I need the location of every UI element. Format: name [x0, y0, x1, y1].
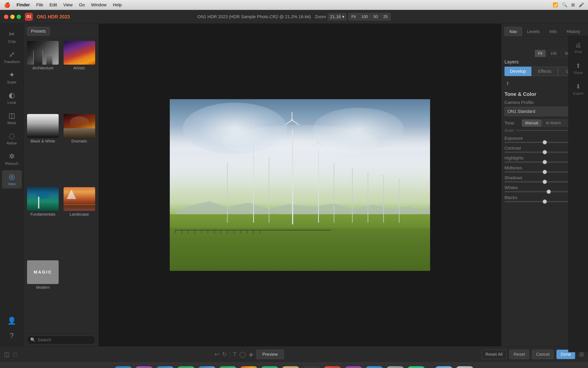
redo-icon[interactable]: ↻ — [222, 351, 227, 358]
dock-safari[interactable]: 🧭 — [156, 366, 174, 368]
nav-tab-levels[interactable]: Levels — [522, 27, 544, 36]
blacks-thumb[interactable] — [543, 199, 547, 204]
zoom-100-btn[interactable]: 100 — [359, 14, 370, 20]
preset-landscape-label: Landscape — [70, 212, 89, 217]
adjust-icon[interactable]: ◈ — [249, 351, 253, 358]
contrast-thumb[interactable] — [543, 150, 547, 154]
crop-tool[interactable]: ✂ Crop — [2, 28, 22, 46]
dock-music[interactable]: 🎵 — [324, 366, 341, 368]
midtones-thumb[interactable] — [543, 170, 547, 174]
dock-sysprefs[interactable]: ⚙ — [386, 366, 404, 368]
dock-contacts[interactable]: 👤 — [282, 366, 299, 368]
dock-photos[interactable]: 🌸 — [240, 366, 258, 368]
svg-line-10 — [253, 131, 259, 136]
nav-fit-btn[interactable]: Fit — [535, 50, 546, 57]
minimize-button[interactable] — [10, 15, 15, 19]
dock-launchpad[interactable]: ⬛ — [135, 366, 153, 368]
mask-tool[interactable]: ◫ Mask — [2, 109, 22, 128]
tone-aimatch-btn[interactable]: AI Match — [542, 119, 565, 127]
search-menubar-icon[interactable]: 🔍 — [562, 2, 567, 8]
dock-trash[interactable]: 🗑 — [456, 366, 474, 368]
dock-appstore[interactable]: 🔍 — [366, 366, 383, 368]
preset-architecture[interactable]: Architecture — [26, 41, 60, 112]
maximize-button[interactable] — [17, 15, 21, 19]
share-btn[interactable]: ⬆ Share — [571, 60, 585, 77]
menubar-help[interactable]: Help — [113, 2, 122, 8]
view-tool[interactable]: ◎ View — [2, 170, 22, 189]
nav-tab-info[interactable]: Info — [544, 27, 562, 36]
help-tool[interactable]: ? — [2, 329, 22, 342]
super-tool[interactable]: ✦ Super — [2, 68, 22, 87]
view-icon: ◎ — [9, 173, 15, 181]
undo-icon[interactable]: ↩ — [214, 351, 219, 358]
nav-tab-history[interactable]: History — [562, 27, 585, 36]
search-input[interactable] — [37, 337, 92, 342]
preset-artistic[interactable]: Artistic — [62, 41, 97, 112]
dock-appletv[interactable]: ▶ — [303, 366, 320, 368]
preset-fundamentals-label: Fundamentals — [30, 212, 55, 217]
zoom-50-btn[interactable]: 50 — [371, 14, 380, 20]
menubar-go[interactable]: Go — [79, 2, 85, 8]
preset-bw[interactable]: Black & White — [26, 114, 60, 185]
zoom-fit-btn[interactable]: Fit — [349, 14, 358, 20]
preset-dramatic-thumb — [64, 114, 95, 138]
preset-fundamentals[interactable]: Fundamentals — [26, 187, 60, 258]
reset-all-button[interactable]: Reset All — [481, 350, 507, 359]
svg-line-11 — [247, 131, 253, 136]
control-center-icon[interactable]: ⊞ — [571, 2, 575, 8]
zoom-25-btn[interactable]: 25 — [381, 14, 390, 20]
nav-tab-nav[interactable]: Nav — [504, 27, 522, 36]
auto-slider[interactable] — [515, 130, 576, 131]
title-text: ON1 HDR 2023 (HDR Sample Photo.CR2 @ 21.… — [197, 14, 311, 19]
preset-landscape[interactable]: Landscape — [62, 187, 97, 258]
dock-mail[interactable]: ✉ — [198, 366, 216, 368]
preset-dramatic[interactable]: Dramatic — [62, 114, 97, 185]
dock-messages[interactable]: 💬 — [177, 366, 195, 368]
tab-effects[interactable]: Effects — [531, 67, 558, 76]
menubar-edit[interactable]: Edit — [50, 2, 57, 8]
dock-facetime[interactable]: 📹 — [261, 366, 279, 368]
zoom-select[interactable]: 21.16 ▾ — [328, 13, 347, 20]
dock-on1hdr[interactable]: ON1 — [407, 366, 425, 368]
preview-button[interactable]: Preview — [256, 350, 284, 359]
siri-icon[interactable]: 🎤 — [579, 2, 584, 8]
menubar-file[interactable]: File — [36, 2, 43, 8]
whites-thumb[interactable] — [546, 190, 551, 194]
close-button[interactable] — [4, 15, 8, 19]
highlights-thumb[interactable] — [543, 160, 547, 164]
crop-icon: ✂ — [9, 30, 15, 38]
refine-icon: ◌ — [9, 132, 15, 140]
exposure-thumb[interactable] — [543, 140, 547, 145]
dock-icloud[interactable]: ☁ — [435, 366, 453, 368]
shadows-thumb[interactable] — [543, 180, 547, 184]
presets-button[interactable]: Presets — [27, 27, 50, 36]
layer-upload-btn[interactable]: ⬆ — [504, 80, 511, 88]
export-btn[interactable]: ⬇ Export — [571, 81, 585, 98]
reset-button[interactable]: Reset — [509, 350, 529, 359]
tab-develop[interactable]: Develop — [504, 67, 531, 76]
tone-manual-btn[interactable]: Manual — [522, 119, 542, 127]
menubar-finder[interactable]: Finder — [17, 2, 30, 8]
dock-podcasts[interactable]: 🎙 — [344, 366, 362, 368]
transform-tool[interactable]: ⤢ Transform — [2, 48, 22, 66]
dock-maps[interactable]: 🗺 — [219, 366, 237, 368]
refine-tool[interactable]: ◌ Refine — [2, 129, 22, 148]
retouch-tool[interactable]: ✲ Retouch — [2, 150, 22, 168]
before-after-icon[interactable]: □ — [13, 351, 17, 358]
shape-tool-icon[interactable]: ◯ — [239, 351, 246, 358]
nav-100-btn[interactable]: 100 — [547, 50, 560, 57]
left-toolbar: ✂ Crop ⤢ Transform ✦ Super ◐ Local ◫ Mas… — [0, 24, 24, 346]
preset-modern[interactable]: MAGIC Modern — [26, 260, 60, 331]
transform-icon: ⤢ — [9, 50, 15, 59]
menubar-window[interactable]: Window — [91, 2, 106, 8]
print-btn[interactable]: 🖨 Print — [573, 39, 584, 56]
midtones-label: Midtones — [504, 166, 522, 171]
view-mode-icon[interactable]: ◫ — [4, 351, 9, 358]
apple-menu[interactable]: 🍎 — [4, 2, 10, 8]
dock-finder[interactable]: 🔵 — [114, 366, 132, 368]
text-tool-icon[interactable]: T — [233, 351, 237, 358]
user-tool[interactable]: 👤 — [2, 314, 22, 327]
cancel-button[interactable]: Cancel — [532, 350, 554, 359]
local-tool[interactable]: ◐ Local — [2, 89, 22, 107]
menubar-view[interactable]: View — [63, 2, 73, 8]
